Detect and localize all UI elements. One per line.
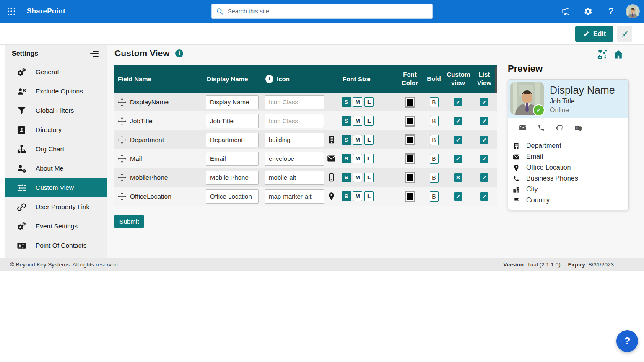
list-view-checkbox[interactable]: ✓ bbox=[480, 117, 488, 125]
home-icon[interactable] bbox=[613, 49, 624, 60]
font-size-l-button[interactable]: L bbox=[364, 154, 374, 163]
sidebar-item-event-settings[interactable]: Event Settings bbox=[5, 217, 107, 236]
list-view-checkbox[interactable]: ✓ bbox=[480, 155, 488, 163]
collapse-webpart-button[interactable] bbox=[617, 26, 632, 42]
custom-view-panel: Custom View i Field Name Display Name i … bbox=[107, 45, 644, 258]
icon-class-input[interactable] bbox=[265, 189, 324, 204]
list-item: Email bbox=[508, 151, 628, 162]
font-size-l-button[interactable]: L bbox=[364, 116, 374, 126]
list-item: Department bbox=[508, 140, 628, 151]
submit-button[interactable]: Submit bbox=[114, 215, 144, 228]
list-view-checkbox[interactable]: ✓ bbox=[480, 136, 488, 144]
icon-class-input[interactable] bbox=[265, 114, 324, 128]
font-size-l-button[interactable]: L bbox=[364, 135, 374, 145]
font-size-s-button[interactable]: S bbox=[342, 116, 351, 126]
custom-view-checkbox[interactable]: ✓ bbox=[454, 98, 462, 106]
gears-icon bbox=[17, 222, 26, 231]
font-size-l-button[interactable]: L bbox=[364, 97, 374, 107]
move-icon[interactable] bbox=[118, 155, 126, 163]
icon-pack-icon[interactable] bbox=[597, 49, 608, 60]
font-size-m-button[interactable]: M bbox=[353, 173, 362, 182]
sidebar-item-general[interactable]: General bbox=[5, 62, 107, 82]
info-icon[interactable]: i bbox=[175, 49, 183, 57]
table-scrollbar-thumb[interactable] bbox=[495, 67, 497, 93]
custom-view-checkbox[interactable]: ✓ bbox=[454, 136, 462, 144]
envelope-icon bbox=[513, 153, 520, 160]
sidebar-item-about-me[interactable]: About Me bbox=[5, 159, 107, 178]
font-color-swatch[interactable] bbox=[405, 97, 415, 108]
help-fab-button[interactable]: ? bbox=[616, 330, 638, 352]
icon-class-input[interactable] bbox=[265, 152, 324, 166]
font-color-swatch[interactable] bbox=[405, 134, 415, 145]
move-icon[interactable] bbox=[118, 136, 126, 144]
custom-view-checkbox[interactable]: ✕ bbox=[454, 173, 462, 182]
mobile-icon bbox=[327, 173, 336, 182]
icon-info-icon[interactable]: i bbox=[265, 75, 273, 83]
font-size-l-button[interactable]: L bbox=[364, 173, 374, 182]
sidebar-item-global-filters[interactable]: Global Filters bbox=[5, 101, 107, 120]
app-launcher-waffle-icon[interactable] bbox=[0, 0, 23, 23]
font-size-s-button[interactable]: S bbox=[342, 97, 351, 107]
sidebar-item-exclude-options[interactable]: Exclude Options bbox=[5, 82, 107, 101]
icon-class-input[interactable] bbox=[265, 133, 324, 147]
move-icon[interactable] bbox=[118, 117, 126, 125]
custom-view-checkbox[interactable]: ✓ bbox=[454, 155, 462, 163]
font-size-s-button[interactable]: S bbox=[342, 173, 351, 182]
app-name[interactable]: SharePoint bbox=[27, 7, 65, 16]
display-name-input[interactable] bbox=[206, 152, 259, 166]
custom-view-checkbox[interactable]: ✓ bbox=[454, 117, 462, 125]
font-color-swatch[interactable] bbox=[405, 116, 415, 127]
icon-class-input[interactable] bbox=[265, 95, 324, 109]
bold-button[interactable]: B bbox=[430, 97, 439, 107]
megaphone-icon[interactable] bbox=[558, 3, 574, 19]
font-size-s-button[interactable]: S bbox=[342, 135, 351, 145]
list-view-checkbox[interactable]: ✓ bbox=[480, 173, 488, 182]
move-icon[interactable] bbox=[118, 192, 126, 201]
list-view-checkbox[interactable]: ✓ bbox=[480, 98, 488, 106]
font-size-m-button[interactable]: M bbox=[353, 116, 362, 126]
font-color-swatch[interactable] bbox=[405, 172, 415, 183]
envelope-icon bbox=[327, 154, 336, 163]
account-avatar[interactable] bbox=[626, 4, 640, 18]
preview-avatar: ✓ bbox=[510, 82, 544, 115]
sidebar-item-directory[interactable]: Directory bbox=[5, 120, 107, 140]
icon-class-input[interactable] bbox=[265, 171, 324, 185]
list-view-checkbox[interactable]: ✓ bbox=[480, 192, 488, 201]
move-icon[interactable] bbox=[118, 173, 126, 182]
move-icon[interactable] bbox=[118, 98, 126, 106]
custom-view-checkbox[interactable]: ✓ bbox=[454, 192, 462, 201]
version-text: Version: Trial (2.1.1.0) Expiry: 8/31/20… bbox=[503, 261, 614, 268]
font-color-swatch[interactable] bbox=[405, 191, 415, 202]
user-gear-icon bbox=[17, 164, 26, 173]
font-size-m-button[interactable]: M bbox=[353, 135, 362, 145]
flag-icon bbox=[513, 197, 520, 204]
font-size-s-button[interactable]: S bbox=[342, 154, 351, 163]
settings-gear-icon[interactable] bbox=[580, 3, 596, 19]
bold-button[interactable]: B bbox=[430, 154, 439, 164]
bold-button[interactable]: B bbox=[430, 173, 439, 183]
sidebar-item-org-chart[interactable]: Org Chart bbox=[5, 140, 107, 159]
display-name-input[interactable] bbox=[206, 114, 259, 128]
sidebar-item-custom-view[interactable]: Custom View bbox=[5, 178, 107, 197]
bold-button[interactable]: B bbox=[430, 135, 439, 145]
sidebar-item-label: Event Settings bbox=[36, 222, 78, 230]
help-icon[interactable]: ? bbox=[603, 3, 619, 19]
display-name-input[interactable] bbox=[206, 171, 259, 185]
font-color-swatch[interactable] bbox=[405, 153, 415, 164]
suite-bar: SharePoint ? bbox=[0, 0, 644, 23]
bold-button[interactable]: B bbox=[430, 191, 439, 202]
sidebar-item-user-property-link[interactable]: User Property Link bbox=[5, 197, 107, 217]
font-size-m-button[interactable]: M bbox=[353, 191, 362, 201]
display-name-input[interactable] bbox=[206, 189, 259, 204]
display-name-input[interactable] bbox=[206, 133, 259, 147]
search-input[interactable] bbox=[228, 8, 428, 15]
display-name-input[interactable] bbox=[206, 95, 259, 109]
font-size-l-button[interactable]: L bbox=[364, 191, 374, 201]
sidebar-item-point-of-contacts[interactable]: Point Of Contacts bbox=[5, 236, 107, 255]
font-size-m-button[interactable]: M bbox=[353, 97, 362, 107]
sidebar-collapse-icon[interactable] bbox=[88, 47, 101, 60]
bold-button[interactable]: B bbox=[430, 116, 439, 126]
font-size-s-button[interactable]: S bbox=[342, 191, 351, 201]
font-size-m-button[interactable]: M bbox=[353, 154, 362, 163]
edit-button[interactable]: Edit bbox=[575, 26, 613, 42]
